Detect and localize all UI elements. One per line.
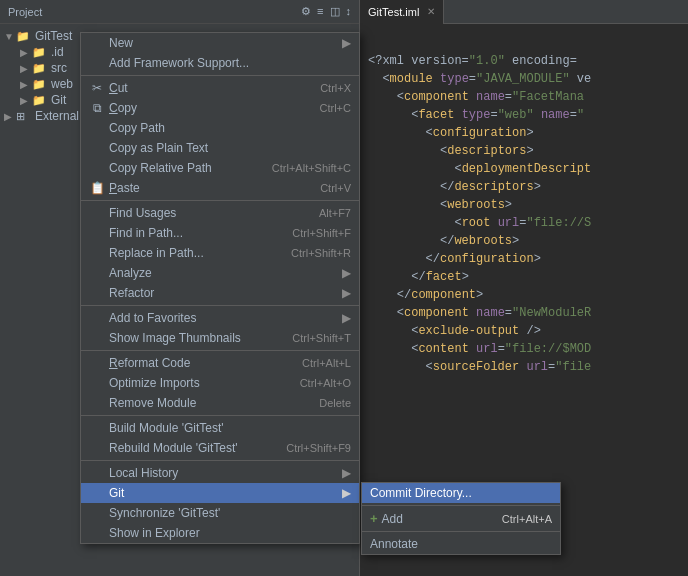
menu-item-analyze[interactable]: Analyze ▶ [81,263,359,283]
code-line: <component name="NewModuleR [368,304,680,322]
arrow-icon: ▶ [342,36,351,50]
separator [81,305,359,306]
git-submenu: Commit Directory... + Add Ctrl+Alt+A Ann… [361,482,561,555]
panel-icon2[interactable]: ◫ [330,5,340,18]
expand-icon: ▼ [4,31,16,42]
menu-item-synchronize[interactable]: Synchronize 'GitTest' [81,503,359,523]
submenu-separator2 [362,531,560,532]
separator [81,460,359,461]
tab-close-icon[interactable]: ✕ [427,6,435,17]
menu-item-replace-in-path[interactable]: Replace in Path... Ctrl+Shift+R [81,243,359,263]
code-line: <root url="file://S [368,214,680,232]
menu-item-find-in-path[interactable]: Find in Path... Ctrl+Shift+F [81,223,359,243]
copy-icon: ⧉ [89,101,105,115]
menu-item-remove-module[interactable]: Remove Module Delete [81,393,359,413]
arrow-icon: ▶ [342,486,351,500]
menu-item-cut[interactable]: ✂ Cut Ctrl+X [81,78,359,98]
menu-item-paste[interactable]: 📋 Paste Ctrl+V [81,178,359,198]
menu-item-copy[interactable]: ⧉ Copy Ctrl+C [81,98,359,118]
menu-item-show-explorer[interactable]: Show in Explorer [81,523,359,543]
separator [81,200,359,201]
menu-item-copy-path[interactable]: Copy Path [81,118,359,138]
code-line: <webroots> [368,196,680,214]
code-line: <descriptors> [368,142,680,160]
menu-item-refactor[interactable]: Refactor ▶ [81,283,359,303]
submenu-item-commit[interactable]: Commit Directory... [362,483,560,503]
code-line: <module type="JAVA_MODULE" ve [368,70,680,88]
separator [81,75,359,76]
code-line: <facet type="web" name=" [368,106,680,124]
menu-item-add-favorites[interactable]: Add to Favorites ▶ [81,308,359,328]
folder-icon: 📁 [32,46,48,59]
arrow-icon: ▶ [342,286,351,300]
expand-icon: ▶ [20,47,32,58]
ide-container: Project ⚙ ≡ ◫ ↕ ▼ 📁 GitTest ▶ 📁 .id [0,0,688,576]
submenu-separator [362,505,560,506]
arrow-icon: ▶ [342,311,351,325]
sort-icon[interactable]: ↕ [346,5,352,18]
menu-item-find-usages[interactable]: Find Usages Alt+F7 [81,203,359,223]
arrow-icon: ▶ [342,266,351,280]
code-line: </webroots> [368,232,680,250]
tree-item-label: .id [51,45,64,59]
menu-item-new[interactable]: New ▶ [81,33,359,53]
layout-icon[interactable]: ≡ [317,5,323,18]
panel-header: Project ⚙ ≡ ◫ ↕ [0,0,359,24]
lib-icon: ⊞ [16,110,32,123]
separator [81,350,359,351]
code-line: <deploymentDescript [368,160,680,178]
cut-icon: ✂ [89,81,105,95]
separator [81,415,359,416]
arrow-icon: ▶ [342,466,351,480]
tree-item-label: src [51,61,67,75]
expand-icon: ▶ [20,79,32,90]
code-line: </descriptors> [368,178,680,196]
tab-gittest[interactable]: GitTest.iml ✕ [360,0,444,24]
code-line: <content url="file://$MOD [368,340,680,358]
tree-root-label: GitTest [35,29,72,43]
tree-item-label: Git [51,93,66,107]
code-line: <sourceFolder url="file [368,358,680,376]
folder-icon: 📁 [32,62,48,75]
tab-label: GitTest.iml [368,6,419,18]
folder-icon: 📁 [16,30,32,43]
submenu-item-annotate[interactable]: Annotate [362,534,560,554]
menu-item-build-module[interactable]: Build Module 'GitTest' [81,418,359,438]
menu-item-add-framework[interactable]: Add Framework Support... [81,53,359,73]
code-line: <exclude-output /> [368,322,680,340]
code-line: <configuration> [368,124,680,142]
code-line: <?xml version="1.0" encoding= [368,52,680,70]
menu-item-git[interactable]: Git ▶ Commit Directory... + Add Ctrl+Alt… [81,483,359,503]
panel-title: Project [8,6,42,18]
code-line: <component name="FacetMana [368,88,680,106]
panel-header-icons: ⚙ ≡ ◫ ↕ [301,5,351,18]
plus-icon: + [370,511,378,526]
main-layout: Project ⚙ ≡ ◫ ↕ ▼ 📁 GitTest ▶ 📁 .id [0,0,688,576]
code-editor[interactable]: <?xml version="1.0" encoding= <module ty… [360,24,688,380]
menu-item-reformat[interactable]: Reformat Code Ctrl+Alt+L [81,353,359,373]
code-line: </component> [368,286,680,304]
menu-item-optimize-imports[interactable]: Optimize Imports Ctrl+Alt+O [81,373,359,393]
submenu-item-add[interactable]: + Add Ctrl+Alt+A [362,508,560,529]
menu-item-copy-plain[interactable]: Copy as Plain Text [81,138,359,158]
left-panel: Project ⚙ ≡ ◫ ↕ ▼ 📁 GitTest ▶ 📁 .id [0,0,360,576]
tree-item-label: web [51,77,73,91]
tab-bar: GitTest.iml ✕ [360,0,688,24]
folder-icon: 📁 [32,78,48,91]
menu-item-copy-relative[interactable]: Copy Relative Path Ctrl+Alt+Shift+C [81,158,359,178]
menu-item-local-history[interactable]: Local History ▶ [81,463,359,483]
expand-icon: ▶ [20,63,32,74]
paste-icon: 📋 [89,181,105,195]
menu-item-rebuild-module[interactable]: Rebuild Module 'GitTest' Ctrl+Shift+F9 [81,438,359,458]
expand-icon: ▶ [4,111,16,122]
code-line: </configuration> [368,250,680,268]
context-menu: New ▶ Add Framework Support... ✂ Cut Ctr… [80,32,360,544]
code-line: </facet> [368,268,680,286]
expand-icon: ▶ [20,95,32,106]
menu-item-show-thumbnails[interactable]: Show Image Thumbnails Ctrl+Shift+T [81,328,359,348]
gear-icon[interactable]: ⚙ [301,5,311,18]
folder-icon: 📁 [32,94,48,107]
